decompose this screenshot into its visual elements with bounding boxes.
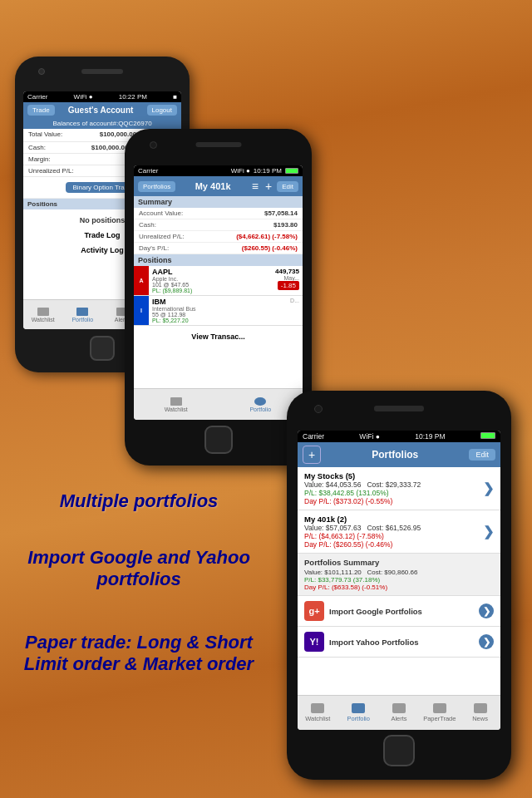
phone2-tab-bar: Watchlist Portfolio: [134, 388, 303, 420]
phone3-tab-news[interactable]: News: [460, 696, 500, 730]
phone1-cash-value: $100,000.00: [91, 144, 129, 151]
phone1-carrier: Carrier: [27, 93, 47, 101]
phone2-menu-button[interactable]: ≡: [250, 180, 260, 193]
phone3-portfolio-label: Portfolio: [347, 715, 370, 722]
phone-2: Carrier WiFi ● 10:19 PM Portfolios My 40…: [125, 129, 312, 466]
phone3-import-yahoo-chevron: ❯: [479, 634, 494, 649]
phone2-camera: [150, 141, 157, 149]
phone3-edit-button[interactable]: Edit: [469, 449, 495, 461]
phone1-cash-label: Cash:: [28, 144, 46, 151]
phone3-my-401k-name: My 401k (2): [304, 515, 483, 524]
phone2-home-button[interactable]: [204, 426, 233, 454]
phone3-my-stocks-value: Value: $44,053.56 Cost: $29,333.72: [304, 480, 483, 489]
phone3-news-icon: [474, 703, 487, 713]
phone1-speaker: [81, 69, 123, 74]
phone2-account-value-label: Account Value:: [139, 209, 183, 217]
phone2-speaker: [195, 142, 241, 147]
phone3-tab-portfolio[interactable]: Portfolio: [338, 696, 379, 730]
phone2-watchlist-icon: [170, 397, 182, 406]
phone2-edit-button[interactable]: Edit: [277, 181, 298, 192]
phone3-carrier: Carrier: [303, 432, 324, 441]
phone3-status-bar: Carrier WiFi ● 10:19 PM: [298, 431, 500, 442]
phone2-add-button[interactable]: +: [264, 180, 273, 193]
phone3-my-stocks-pl: P/L: $38,442.85 (131.05%): [304, 489, 483, 497]
phone3-news-label: News: [472, 715, 488, 722]
phone3-my-401k-info: My 401k (2) Value: $57,057.63 Cost: $61,…: [304, 515, 483, 549]
phone2-status-right: WiFi ● 10:19 PM: [231, 167, 298, 175]
phone2-ibm-info: IBM International Bus 55 @ 112.98 PL: $5…: [149, 296, 287, 325]
phone2-account-value-row: Account Value: $57,058.14: [134, 208, 303, 219]
phone3-time: 10:19 PM: [415, 432, 445, 441]
phone3-my-401k-item[interactable]: My 401k (2) Value: $57,057.63 Cost: $61,…: [298, 510, 500, 554]
phone2-aapl-date: May...: [283, 275, 299, 281]
phone3-my-stocks-info: My Stocks (5) Value: $44,053.56 Cost: $2…: [304, 471, 483, 505]
phone3-watchlist-icon: [311, 703, 324, 713]
phone3-title: Portfolios: [324, 449, 466, 461]
phone3-add-button[interactable]: +: [303, 446, 321, 464]
phone3-alerts-icon: [392, 703, 406, 713]
phone2-portfolios-button[interactable]: Portfolios: [138, 181, 175, 192]
phone1-portfolio-icon: [76, 308, 88, 316]
phone2-aapl-info: AAPL Apple Inc. 101 @ $47.65 PL: ($9,889…: [149, 266, 272, 295]
phone3-yahoo-icon: Y!: [304, 632, 324, 652]
phone3-my-401k-day-pl: Day P/L: ($260.55) (-0.46%): [304, 540, 483, 549]
phone3-summary-section: Portfolios Summary Value: $101,111.20 Co…: [298, 554, 500, 596]
phone2-portfolio-icon: [254, 397, 266, 406]
phone2-wifi-icon: WiFi ●: [231, 167, 250, 175]
label-paper-trade: Paper trade: Long & Short Limit order & …: [18, 632, 259, 676]
phone1-tab-portfolio[interactable]: Portfolio: [63, 300, 103, 329]
phone2-aapl-pl: PL: ($9,889.81): [152, 288, 268, 293]
phone2-days-pl-label: Day's P/L:: [139, 244, 169, 252]
phone3-my-401k-value: Value: $57,057.63 Cost: $61,526.95: [304, 524, 483, 532]
phone3-import-yahoo-label: Import Yahoo Portfolios: [329, 638, 474, 647]
phone2-title: My 401k: [179, 181, 246, 191]
phone2-battery-icon: [285, 168, 298, 174]
phone3-my-401k-chevron: ❯: [483, 524, 494, 539]
phone2-ibm-right: D...: [287, 296, 303, 325]
phone2-time: 10:19 PM: [254, 167, 282, 175]
phone1-time: 10:22 PM: [119, 93, 147, 101]
phone3-my-stocks-item[interactable]: My Stocks (5) Value: $44,053.56 Cost: $2…: [298, 467, 500, 510]
phone2-cash-label: Cash:: [139, 221, 156, 229]
phone1-battery: ■: [173, 93, 177, 101]
phone3-screen: Carrier WiFi ● 10:19 PM + Portfolios Edi…: [298, 431, 500, 730]
phone1-camera: [38, 68, 45, 75]
phone3-tab-alerts[interactable]: Alerts: [379, 696, 420, 730]
phone3-tab-papertrade[interactable]: PaperTrade: [419, 696, 460, 730]
phone2-aapl-shares: 449,735: [275, 268, 299, 275]
phone2-unrealized-label: Unrealized P/L:: [139, 233, 185, 240]
phone3-import-yahoo-button[interactable]: Y! Import Yahoo Portfolios ❯: [298, 627, 500, 658]
import-google-yahoo-text: Import Google and Yahoo portfolios: [27, 547, 250, 589]
phone2-aapl-ticker: AAPL: [152, 268, 268, 276]
phone2-watchlist-label: Watchlist: [165, 406, 188, 412]
phone1-tab-watchlist[interactable]: Watchlist: [23, 300, 63, 329]
phone2-view-transactions[interactable]: View Transac...: [134, 326, 303, 347]
phone3-camera: [314, 405, 323, 413]
phone1-total-label: Total Value:: [28, 131, 62, 140]
phone2-tab-watchlist[interactable]: Watchlist: [134, 389, 219, 420]
phone3-papertrade-label: PaperTrade: [423, 715, 456, 722]
phone3-import-google-label: Import Google Portfolios: [329, 607, 474, 616]
phone1-trade-button[interactable]: Trade: [27, 105, 55, 116]
phone1-margin-label: Margin:: [28, 155, 51, 163]
phone1-logout-button[interactable]: Logout: [147, 105, 177, 116]
phone3-my-stocks-chevron: ❯: [483, 480, 494, 496]
phone2-days-pl-row: Day's P/L: ($260.55) (-0.46%): [134, 243, 303, 254]
phone2-aapl-right: 449,735 May... -1.85: [272, 266, 303, 295]
phone2-aapl-icon: A: [134, 266, 149, 295]
phone2-cash-row: Cash: $193.80: [134, 219, 303, 231]
phone2-carrier: Carrier: [138, 167, 158, 175]
phone3-import-google-button[interactable]: g+ Import Google Portfolios ❯: [298, 596, 500, 627]
phone3-google-icon: g+: [304, 601, 324, 621]
phone2-nav-bar: Portfolios My 401k ≡ + Edit: [134, 176, 303, 196]
phone3-tab-watchlist[interactable]: Watchlist: [298, 696, 338, 730]
phone2-portfolio-label: Portfolio: [249, 406, 271, 412]
phone3-home-button[interactable]: [383, 735, 415, 766]
paper-trade-text: Paper trade: Long & Short Limit order & …: [24, 632, 254, 674]
phone3-nav-bar: + Portfolios Edit: [298, 442, 500, 467]
phone1-unrealized-label: Unrealized P/L:: [28, 167, 74, 175]
phone2-ibm-ticker: IBM: [152, 298, 283, 306]
phone2-positions-header: Positions: [134, 254, 303, 266]
phone1-home-button[interactable]: [90, 336, 115, 361]
phone3-summary-day-pl: Day P/L: ($633.58) (-0.51%): [304, 584, 494, 591]
